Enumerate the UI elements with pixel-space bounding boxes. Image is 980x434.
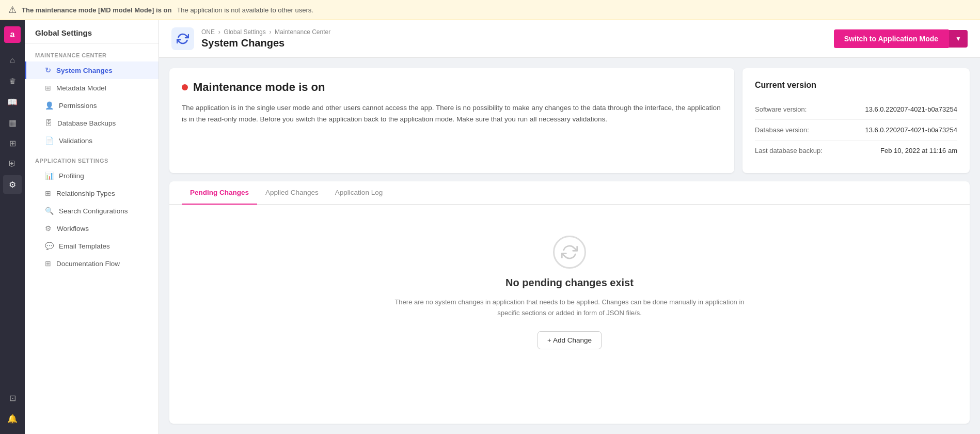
warning-banner: ⚠ The maintenance mode [MD model Mode] i… xyxy=(0,0,980,20)
sidebar-item-label: Validations xyxy=(59,137,92,145)
sidebar-item-label: Profiling xyxy=(59,172,84,180)
breadcrumb-maintenance-center[interactable]: Maintenance Center xyxy=(275,28,330,36)
profiling-icon: 📊 xyxy=(45,172,54,180)
table-icon[interactable]: ▦ xyxy=(3,113,22,132)
sidebar-item-label: Database Backups xyxy=(57,119,116,127)
version-row-software: Software version: 13.6.0.220207-4021-b0a… xyxy=(755,99,957,120)
chart-icon[interactable]: ⊞ xyxy=(3,134,22,152)
sidebar-title: Global Settings xyxy=(25,20,159,44)
empty-state-icon xyxy=(553,236,586,269)
switch-btn-group: Switch to Application Mode ▼ xyxy=(834,29,968,48)
sidebar-item-label: Permissions xyxy=(59,102,97,110)
header-left: ONE › Global Settings › Maintenance Cent… xyxy=(171,27,330,50)
email-icon: 💬 xyxy=(45,242,54,250)
warning-subtext: The application is not available to othe… xyxy=(177,6,313,14)
switch-btn-dropdown-arrow[interactable]: ▼ xyxy=(949,30,968,48)
sidebar-item-documentation-flow[interactable]: ⊞ Documentation Flow xyxy=(25,255,159,272)
app-section-label: Application Settings xyxy=(25,149,159,167)
sidebar-item-email-templates[interactable]: 💬 Email Templates xyxy=(25,237,159,255)
sidebar-item-validations[interactable]: 📄 Validations xyxy=(25,132,159,149)
empty-state-title: No pending changes exist xyxy=(505,277,634,289)
search-icon: 🔍 xyxy=(45,207,54,215)
sidebar-item-label: Relationship Types xyxy=(56,190,115,197)
database-icon: 🗄 xyxy=(45,119,52,127)
sidebar-item-label: Metadata Model xyxy=(56,84,106,92)
sidebar: Global Settings Maintenance Center ↻ Sys… xyxy=(25,20,159,434)
screen-icon[interactable]: ⊡ xyxy=(3,389,22,407)
app-logo[interactable]: a xyxy=(4,26,21,43)
shield-icon[interactable]: ⛨ xyxy=(3,154,22,173)
validations-icon: 📄 xyxy=(45,136,54,145)
sidebar-item-relationship-types[interactable]: ⊞ Relationship Types xyxy=(25,184,159,202)
sidebar-item-label: Search Configurations xyxy=(59,207,128,215)
sidebar-item-search-configurations[interactable]: 🔍 Search Configurations xyxy=(25,202,159,220)
content-body: Maintenance mode is on The application i… xyxy=(159,58,980,434)
breadcrumb-global-settings[interactable]: Global Settings xyxy=(224,28,265,36)
header-icon-box xyxy=(171,27,194,50)
settings-icon[interactable]: ⚙ xyxy=(3,175,22,194)
empty-state-description: There are no system changes in applicati… xyxy=(389,297,750,319)
red-dot xyxy=(182,84,188,90)
relationship-icon: ⊞ xyxy=(45,189,51,197)
page-header: ONE › Global Settings › Maintenance Cent… xyxy=(159,20,980,58)
sidebar-item-metadata-model[interactable]: ⊞ Metadata Model xyxy=(25,79,159,97)
breadcrumb-one[interactable]: ONE xyxy=(201,28,215,36)
sidebar-item-system-changes[interactable]: ↻ System Changes xyxy=(25,61,159,79)
software-version-label: Software version: xyxy=(755,105,807,113)
version-row-backup: Last database backup: Feb 10, 2022 at 11… xyxy=(755,141,957,161)
tab-pending-changes[interactable]: Pending Changes xyxy=(182,181,257,205)
software-version-value: 13.6.0.220207-4021-b0a73254 xyxy=(865,105,957,113)
sidebar-item-permissions[interactable]: 👤 Permissions xyxy=(25,97,159,114)
sync-icon: ↻ xyxy=(45,66,51,74)
maintenance-section-label: Maintenance Center xyxy=(25,44,159,61)
tab-applied-changes[interactable]: Applied Changes xyxy=(257,181,327,205)
last-backup-value: Feb 10, 2022 at 11:16 am xyxy=(880,147,957,154)
permissions-icon: 👤 xyxy=(45,101,54,110)
workflows-icon: ⚙ xyxy=(45,224,52,233)
sidebar-item-workflows[interactable]: ⚙ Workflows xyxy=(25,220,159,237)
tabs-header: Pending Changes Applied Changes Applicat… xyxy=(169,181,970,205)
warning-icon: ⚠ xyxy=(8,4,17,16)
empty-state: No pending changes exist There are no sy… xyxy=(169,205,970,380)
add-change-button[interactable]: + Add Change xyxy=(538,331,602,349)
sidebar-item-label: Email Templates xyxy=(59,242,110,250)
warning-text: The maintenance mode [MD model Mode] is … xyxy=(22,6,171,14)
sidebar-item-database-backups[interactable]: 🗄 Database Backups xyxy=(25,114,159,132)
database-version-value: 13.6.0.220207-4021-b0a73254 xyxy=(865,126,957,134)
page-title: System Changes xyxy=(201,37,330,49)
sidebar-item-label: Workflows xyxy=(57,225,89,233)
docs-icon: ⊞ xyxy=(45,259,51,268)
icon-bar: a ⌂ ♛ 📖 ▦ ⊞ ⛨ ⚙ ⊡ 🔔 xyxy=(0,20,25,434)
top-row: Maintenance mode is on The application i… xyxy=(169,68,970,173)
maintenance-description: The application is in the single user mo… xyxy=(182,102,722,126)
main-content: ONE › Global Settings › Maintenance Cent… xyxy=(159,20,980,434)
version-row-database: Database version: 13.6.0.220207-4021-b0a… xyxy=(755,120,957,141)
tabs-card: Pending Changes Applied Changes Applicat… xyxy=(169,181,970,424)
switch-to-application-mode-button[interactable]: Switch to Application Mode xyxy=(834,29,949,48)
metadata-icon: ⊞ xyxy=(45,84,51,92)
database-version-label: Database version: xyxy=(755,126,809,134)
home-icon[interactable]: ⌂ xyxy=(3,51,22,70)
crown-icon[interactable]: ♛ xyxy=(3,72,22,90)
book-icon[interactable]: 📖 xyxy=(3,92,22,111)
sidebar-item-profiling[interactable]: 📊 Profiling xyxy=(25,167,159,184)
sidebar-item-label: Documentation Flow xyxy=(56,260,120,268)
sidebar-item-label: System Changes xyxy=(56,67,113,74)
tab-application-log[interactable]: Application Log xyxy=(327,181,391,205)
version-card: Current version Software version: 13.6.0… xyxy=(742,68,970,173)
bell-icon[interactable]: 🔔 xyxy=(3,409,22,428)
maintenance-card: Maintenance mode is on The application i… xyxy=(169,68,734,173)
breadcrumb: ONE › Global Settings › Maintenance Cent… xyxy=(201,28,330,36)
maintenance-title-text: Maintenance mode is on xyxy=(193,81,325,94)
maintenance-title: Maintenance mode is on xyxy=(182,81,722,94)
last-backup-label: Last database backup: xyxy=(755,147,823,154)
version-card-title: Current version xyxy=(755,81,957,90)
